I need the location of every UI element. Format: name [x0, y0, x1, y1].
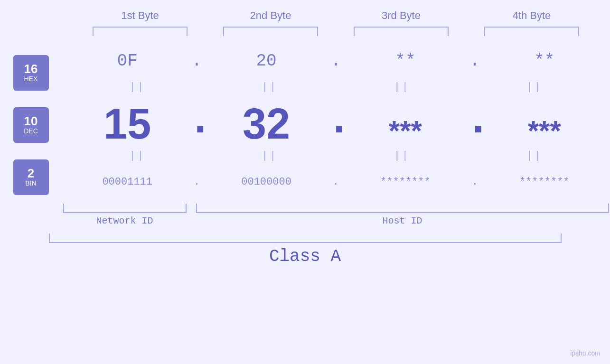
top-brackets [75, 27, 597, 36]
host-id-bracket [196, 204, 609, 213]
eq2-b4: || [482, 150, 587, 162]
hex-b2: 20 [214, 51, 319, 71]
dec-row: 15 . 32 . *** . *** [62, 95, 610, 148]
byte3-header: 3rd Byte [349, 9, 453, 22]
watermark: ipshu.com [570, 349, 601, 357]
eq2-b1: || [85, 150, 189, 162]
dec-label-box: 10 DEC [13, 107, 49, 143]
dec-dot3: . [465, 97, 484, 145]
dec-b1: 15 [75, 103, 179, 145]
dec-num: 10 [24, 115, 38, 127]
bin-base: BIN [25, 179, 36, 187]
equals-row-1: || || || || [62, 79, 610, 95]
bracket-spacer [187, 204, 196, 213]
dec-b4: *** [492, 117, 597, 145]
bracket-byte2 [223, 27, 318, 36]
byte1-header: 1st Byte [88, 9, 192, 22]
dec-dot2: . [326, 97, 345, 145]
equals-row-2: || || || || [62, 148, 610, 164]
hex-b3: ** [353, 51, 458, 71]
bin-num: 2 [28, 167, 34, 179]
class-label: Class A [44, 247, 566, 266]
hex-dot1: . [188, 51, 206, 71]
bin-b1: 00001111 [75, 176, 179, 188]
bin-b3: ******** [353, 176, 458, 188]
bracket-byte3 [354, 27, 449, 36]
dec-dot1: . [188, 97, 206, 145]
bracket-byte1 [93, 27, 188, 36]
hex-label-box: 16 HEX [13, 55, 49, 91]
hex-dot3: . [465, 51, 484, 71]
eq2-b2: || [217, 150, 322, 162]
bin-dot1: . [188, 176, 206, 188]
id-labels-row: Network ID Host ID [63, 215, 609, 226]
bin-b2: 00100000 [214, 176, 319, 188]
network-id-label: Network ID [63, 215, 187, 226]
id-label-spacer [187, 215, 196, 226]
hex-b1: 0F [75, 51, 179, 71]
host-id-label: Host ID [196, 215, 609, 226]
hex-row: 0F . 20 . ** . ** [62, 43, 610, 79]
eq2-b3: || [350, 150, 454, 162]
hex-b4: ** [492, 51, 597, 71]
network-id-bracket [63, 204, 187, 213]
bin-label-box: 2 BIN [13, 159, 49, 195]
dec-b3: *** [353, 117, 458, 145]
eq1-b3: || [350, 81, 454, 93]
full-bottom-bracket [49, 233, 562, 243]
hex-dot2: . [326, 51, 345, 71]
bin-dot3: . [465, 176, 484, 188]
bin-dot2: . [326, 176, 345, 188]
values-column: 0F . 20 . ** . ** [62, 43, 610, 200]
eq1-b4: || [482, 81, 587, 93]
byte-headers-row: 1st Byte 2nd Byte 3rd Byte 4th Byte [75, 9, 597, 22]
dec-b2: 32 [214, 103, 319, 145]
all-rows: 16 HEX 10 DEC 2 BIN 0F [0, 43, 610, 200]
byte2-header: 2nd Byte [218, 9, 323, 22]
bin-b4: ******** [492, 176, 597, 188]
hex-base: HEX [24, 75, 38, 83]
base-labels-column: 16 HEX 10 DEC 2 BIN [0, 43, 62, 200]
bottom-brackets-area [63, 204, 609, 213]
bin-row: 00001111 . 00100000 . ******** . [62, 164, 610, 200]
dec-base: DEC [24, 127, 38, 135]
bracket-byte4 [484, 27, 579, 36]
eq1-b1: || [85, 81, 189, 93]
full-bottom-bracket-wrapper [49, 233, 562, 243]
main-container: 1st Byte 2nd Byte 3rd Byte 4th Byte 16 H… [0, 0, 610, 364]
byte4-header: 4th Byte [479, 9, 584, 22]
eq1-b2: || [217, 81, 322, 93]
hex-num: 16 [24, 63, 38, 75]
